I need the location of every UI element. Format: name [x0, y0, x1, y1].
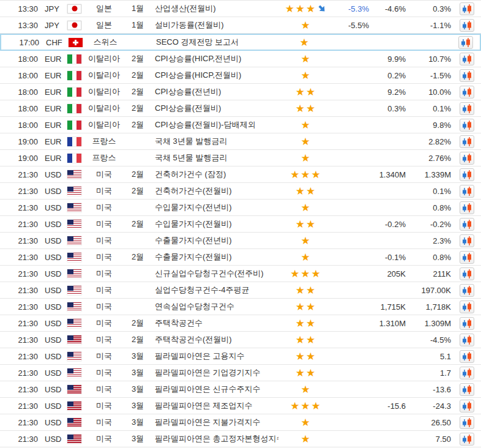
candlestick-chart-button[interactable] — [460, 218, 474, 231]
event-name-link[interactable]: 건축허가건수(전월비) — [150, 185, 278, 196]
event-name-link[interactable]: 필라델피아연은 총고정자본형성지수 — [150, 433, 278, 444]
candlestick-chart-button[interactable] — [460, 152, 474, 165]
candlestick-chart-button[interactable] — [460, 251, 474, 264]
candlestick-chart-button[interactable] — [460, 201, 474, 214]
event-name-link[interactable]: 필라델피아연은 지불가격지수 — [150, 417, 278, 428]
country-name: 일본 — [83, 3, 125, 14]
event-name-link[interactable]: CPI상승률(전년비) — [150, 86, 278, 97]
forecast-value: -4.6% — [370, 4, 407, 13]
candlestick-chart-button[interactable] — [460, 102, 474, 115]
country-name: 스위스 — [84, 37, 127, 48]
candlestick-chart-button[interactable] — [460, 168, 474, 181]
currency-code: EUR — [43, 54, 67, 64]
candlestick-chart-icon — [461, 20, 473, 31]
event-time: 18:00 — [0, 54, 43, 64]
candlestick-chart-button[interactable] — [460, 119, 474, 132]
candlestick-chart-button[interactable] — [460, 69, 474, 82]
calendar-event-row: 21:30 USD 미국 수출물가지수(전년비) ★ 2.3% — [0, 233, 481, 249]
event-name-link[interactable]: 주택착공건수(전월비) — [150, 334, 278, 345]
event-name-link[interactable]: CPI상승률(전월비) — [150, 103, 278, 114]
candlestick-chart-button[interactable] — [460, 53, 474, 65]
reference-month: 3월 — [125, 433, 150, 444]
event-name-link[interactable]: 필라델피아연은 기업경기지수 — [150, 367, 278, 378]
candlestick-chart-button[interactable] — [460, 86, 474, 99]
event-name-link[interactable]: 설비가동률(전월비) — [150, 20, 278, 31]
candlestick-chart-button[interactable] — [460, 400, 474, 413]
event-name-link[interactable]: 주택착공건수 — [150, 318, 278, 329]
calendar-event-row: 18:00 EUR 이탈리아 2월 CPI상승률(전월비)-담배제외 ★ 9.8… — [0, 117, 481, 133]
currency-code: EUR — [43, 88, 67, 97]
event-name-link[interactable]: 필라델피아연은 고용지수 — [150, 351, 278, 362]
reference-month: 2월 — [125, 334, 150, 345]
forecast-value: 0.2% — [370, 71, 407, 80]
calendar-event-row: 17:00 CHF 스위스 SECO 경제전망 보고서 ★ — [0, 34, 481, 51]
event-name-link[interactable]: 건축허가건수 (잠정) — [150, 169, 278, 180]
country-flag-icon — [67, 170, 81, 179]
candlestick-chart-button[interactable] — [460, 317, 474, 330]
country-flag-icon — [67, 385, 81, 394]
event-name-link[interactable]: CPI상승률(전월비)-담배제외 — [150, 119, 278, 130]
country-flag-icon — [67, 187, 81, 196]
country-name: 미국 — [83, 268, 125, 279]
country-flag-icon — [67, 203, 81, 212]
event-name-link[interactable]: 연속실업수당청구건수 — [150, 301, 278, 312]
candlestick-chart-button[interactable] — [460, 234, 474, 247]
currency-code: EUR — [43, 121, 67, 130]
event-name-link[interactable]: 수입물가지수(전월비) — [150, 218, 278, 230]
candlestick-chart-button[interactable] — [460, 334, 474, 346]
candlestick-chart-button[interactable] — [458, 36, 473, 49]
candlestick-chart-button[interactable] — [460, 367, 474, 379]
event-time: 19:00 — [0, 137, 43, 146]
event-name-link[interactable]: 필라델피아연은 신규수주지수 — [150, 384, 278, 395]
forecast-value: -0.1% — [370, 253, 407, 262]
importance-stars: ★★ — [278, 103, 334, 114]
importance-stars: ★ — [278, 384, 334, 395]
forecast-value: -0.2% — [370, 220, 407, 229]
country-name: 미국 — [83, 318, 125, 329]
previous-value: 1,718K — [407, 302, 453, 312]
event-name-link[interactable]: 국채 3년물 발행금리 — [150, 136, 278, 147]
candlestick-chart-button[interactable] — [460, 267, 474, 280]
event-time: 21:30 — [0, 418, 43, 427]
importance-stars: ★★★ — [278, 4, 334, 14]
event-name-link[interactable]: 실업수당청구건수-4주평균 — [150, 285, 278, 296]
candlestick-chart-icon — [461, 153, 473, 163]
event-name-link[interactable]: SECO 경제전망 보고서 — [151, 37, 277, 48]
currency-code: USD — [43, 269, 67, 278]
candlestick-chart-button[interactable] — [460, 350, 474, 363]
event-time: 13:30 — [0, 4, 43, 13]
event-name-link[interactable]: 수출물가지수(전년비) — [150, 235, 278, 246]
candlestick-chart-button[interactable] — [460, 284, 474, 297]
event-name-link[interactable]: CPI상승률(HICP,전월비) — [150, 70, 278, 81]
country-name: 이탈리아 — [83, 86, 125, 97]
importance-stars: ★ — [278, 153, 334, 163]
event-time: 21:30 — [0, 253, 43, 262]
previous-value: 9.8% — [407, 121, 453, 130]
event-time: 21:30 — [0, 368, 43, 378]
event-time: 21:30 — [0, 220, 43, 229]
candlestick-chart-button[interactable] — [460, 301, 474, 313]
event-name-link[interactable]: 신규실업수당청구건수(전주비) — [150, 268, 278, 279]
star-icon: ★★★ — [290, 401, 322, 411]
calendar-event-row: 21:30 USD 미국 연속실업수당청구건수 ★★ 1,715K 1,718K — [0, 299, 481, 315]
candlestick-chart-button[interactable] — [460, 2, 474, 15]
event-name-link[interactable]: CPI상승률(HICP,전년비) — [150, 53, 278, 64]
event-name-link[interactable]: 필라델피아연은 제조업지수 — [150, 400, 278, 411]
star-icon: ★★ — [296, 87, 316, 97]
currency-code: CHF — [44, 38, 69, 47]
previous-value: -13.6 — [407, 385, 453, 394]
candlestick-chart-button[interactable] — [460, 383, 474, 396]
event-name-link[interactable]: 수입물가지수(전년비) — [150, 202, 278, 213]
candlestick-chart-icon — [461, 335, 473, 345]
event-name-link[interactable]: 국채 5년물 발행금리 — [150, 152, 278, 163]
candlestick-chart-button[interactable] — [460, 416, 474, 429]
candlestick-chart-button[interactable] — [460, 135, 474, 148]
candlestick-chart-button[interactable] — [460, 433, 474, 446]
event-name-link[interactable]: 산업생산(전월비) — [150, 3, 278, 14]
candlestick-chart-button[interactable] — [460, 19, 474, 32]
candlestick-chart-button[interactable] — [460, 185, 474, 198]
event-name-link[interactable]: 수출물가지수(전월비) — [150, 252, 278, 263]
country-name: 미국 — [83, 334, 125, 345]
previous-value: 0.1% — [407, 187, 453, 196]
country-name: 미국 — [83, 185, 125, 196]
